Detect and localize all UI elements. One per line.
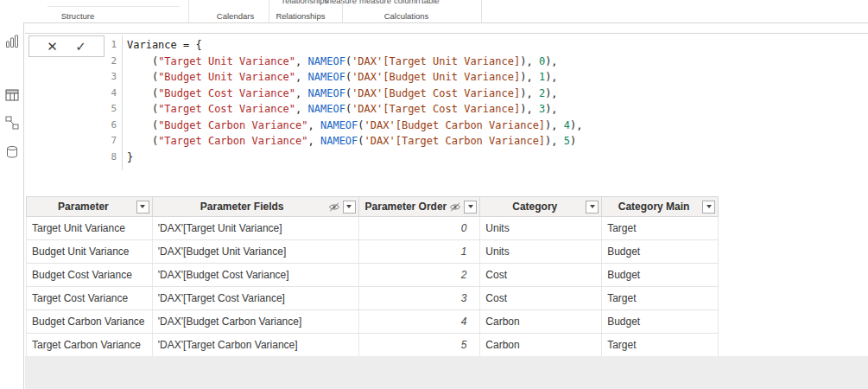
chevron-down-icon [346,205,352,208]
report-view-icon[interactable] [3,33,21,50]
table-cell[interactable]: 'DAX'[Budget Cost Variance] [153,264,359,286]
bar-chart-icon [5,35,19,48]
data-table: ParameterParameter FieldsParameter Order… [26,196,719,357]
chevron-down-icon [706,205,712,208]
filter-dropdown-button[interactable] [136,201,149,214]
column-header[interactable]: Category [480,197,602,216]
table-row[interactable]: Budget Unit Variance'DAX'[Budget Unit Va… [27,240,719,264]
code-token: "Target Carbon Variance" [158,135,307,147]
dax-code-editor[interactable]: Variance = { ("Target Unit Variance", NA… [127,37,865,165]
code-line[interactable]: ("Budget Carbon Variance", NAMEOF('DAX'[… [127,118,865,134]
commit-icon[interactable]: ✓ [75,40,86,53]
code-token: 'DAX'[Target Carbon Variance] [364,135,546,147]
code-line[interactable]: Variance = { [127,37,865,54]
code-token: ), [545,119,564,131]
ribbon-button-new-measure[interactable]: measure [325,0,357,5]
code-token: 'DAX'[Budget Cost Variance] [352,87,520,99]
code-token: ), [570,119,582,131]
table-cell[interactable]: Budget [602,264,719,286]
table-cell[interactable]: 'DAX'[Target Cost Variance] [153,287,359,309]
line-number: 1 [101,37,117,54]
table-cell[interactable]: Target Carbon Variance [27,334,153,356]
filter-dropdown-button[interactable] [464,201,477,214]
table-cell[interactable]: Budget Cost Variance [27,264,153,286]
line-number-gutter: 12345678 [101,37,117,165]
chevron-down-icon [590,205,595,208]
filter-dropdown-button[interactable] [343,201,356,214]
ribbon-button-relationships[interactable]: relationships [282,0,328,5]
ribbon-button-quick-measure[interactable]: measure [359,0,391,5]
table-cell[interactable]: 5 [359,334,481,356]
code-token: ), [545,87,557,99]
filter-dropdown-button[interactable] [702,201,715,214]
table-row[interactable]: Target Unit Variance'DAX'[Target Unit Va… [27,217,719,240]
code-line[interactable]: ("Target Unit Variance", NAMEOF('DAX'[Ta… [127,54,865,70]
code-token: ), [545,71,557,83]
filter-dropdown-button[interactable] [586,201,599,214]
column-header[interactable]: Parameter Fields [153,197,359,216]
table-cell[interactable]: 0 [359,217,481,239]
code-token: ), [520,55,539,67]
code-token: 5 [564,135,570,147]
table-cell[interactable]: Budget Unit Variance [27,240,153,263]
table-cell[interactable]: Target Cost Variance [27,287,153,309]
column-header[interactable]: Category Main [602,197,719,216]
table-cell[interactable]: Cost [480,264,602,286]
table-cell[interactable]: Carbon [480,334,602,356]
code-token: } [127,151,133,163]
code-token: NAMEOF [308,103,345,115]
chevron-down-icon [468,205,473,208]
code-token: ), [545,135,564,147]
table-cell[interactable]: Cost [480,287,602,309]
table-cell[interactable]: 'DAX'[Budget Unit Variance] [153,240,359,263]
table-view-icon[interactable] [3,86,21,104]
table-cell[interactable]: 1 [359,240,481,263]
column-header[interactable]: Parameter [27,197,153,216]
table-row[interactable]: Target Carbon Variance'DAX'[Target Carbo… [27,334,719,357]
table-cell[interactable]: Target [602,287,719,309]
table-cell[interactable]: 'DAX'[Target Unit Variance] [153,217,359,239]
ribbon-button-new-table[interactable]: table [421,0,440,5]
table-cell[interactable]: 3 [359,287,481,309]
table-cell[interactable]: 4 [359,310,481,333]
code-token: ( [127,119,158,131]
code-token: , [295,71,307,83]
code-line[interactable]: } [127,150,865,166]
model-view-icon[interactable] [3,114,21,131]
table-cell[interactable]: Budget [602,310,719,333]
table-row[interactable]: Budget Cost Variance'DAX'[Budget Cost Va… [27,264,719,287]
dax-query-view-icon[interactable] [3,143,21,161]
code-token: , [295,55,307,67]
table-cell[interactable]: Budget Carbon Variance [27,310,153,333]
code-line[interactable]: ("Target Carbon Variance", NAMEOF('DAX'[… [127,133,865,150]
code-token: ), [520,71,539,83]
code-token: "Budget Carbon Variance" [158,119,307,131]
table-row[interactable]: Budget Carbon Variance'DAX'[Budget Carbo… [27,310,719,334]
code-token: ), [545,55,557,67]
table-cell[interactable]: Target [602,217,719,239]
formula-bar: ✕ ✓ 12345678 Variance = { ("Target Unit … [25,33,868,193]
column-header[interactable]: Parameter Order [359,197,481,216]
table-row[interactable]: Target Cost Variance'DAX'[Target Cost Va… [27,287,719,310]
code-token: 'DAX'[Target Cost Variance] [352,103,520,115]
column-header-label: Category [480,201,586,213]
database-icon [5,145,19,159]
code-line[interactable]: ("Target Cost Variance", NAMEOF('DAX'[Ta… [127,101,865,118]
code-token: ), [520,87,539,99]
table-cell[interactable]: Units [480,240,602,263]
code-line[interactable]: ("Budget Unit Variance", NAMEOF('DAX'[Bu… [127,69,865,86]
table-cell[interactable]: Budget [602,240,719,263]
line-number: 7 [101,133,117,150]
table-cell[interactable]: Carbon [480,310,602,333]
table-cell[interactable]: Target Unit Variance [27,217,153,239]
code-line[interactable]: ("Budget Cost Variance", NAMEOF('DAX'[Bu… [127,86,865,102]
table-cell[interactable]: 'DAX'[Budget Carbon Variance] [153,310,359,333]
line-number: 3 [101,69,117,86]
table-cell[interactable]: Units [480,217,602,239]
table-cell[interactable]: 2 [359,264,481,286]
table-cell[interactable]: Target [602,334,719,356]
cancel-icon[interactable]: ✕ [47,40,58,53]
ribbon-button-new-column[interactable]: column [394,0,421,5]
table-cell[interactable]: 'DAX'[Target Carbon Variance] [153,334,359,356]
code-token: ) [570,135,576,147]
